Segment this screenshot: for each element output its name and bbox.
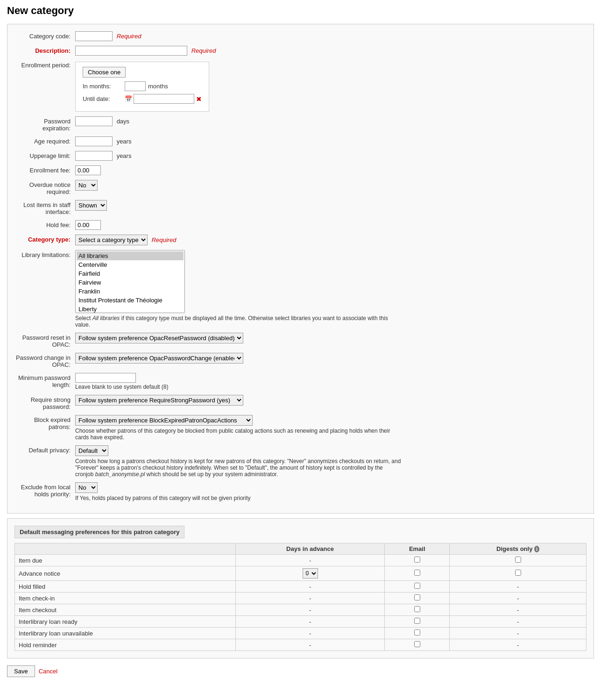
email-checkbox[interactable] <box>414 606 420 612</box>
col-days: Days in advance <box>235 543 384 555</box>
require-strong-select[interactable]: Follow system preference RequireStrongPa… <box>75 395 243 406</box>
table-row: Item due- <box>15 555 587 566</box>
digests-cell: - <box>450 616 587 628</box>
hold-fee-row: Hold fee: <box>14 220 587 230</box>
category-code-required: Required <box>117 33 141 40</box>
category-type-label: Category type: <box>14 235 75 243</box>
age-required-input[interactable] <box>75 136 113 146</box>
email-cell <box>385 593 450 604</box>
lost-items-row: Lost items in staff interface: Shown Hid… <box>14 200 587 215</box>
category-code-row: Category code: Required <box>14 31 587 41</box>
notice-name: Item check-in <box>15 593 236 604</box>
messaging-section-title: Default messaging preferences for this p… <box>14 526 184 538</box>
choose-one-button[interactable]: Choose one <box>83 67 126 78</box>
notice-name: Hold reminder <box>15 639 236 651</box>
upperage-limit-input[interactable] <box>75 151 113 161</box>
days-cell: - <box>235 639 384 651</box>
overdue-notice-select[interactable]: No Yes <box>75 180 98 191</box>
require-strong-label: Require strong password: <box>14 395 75 410</box>
months-input[interactable] <box>125 81 146 91</box>
email-checkbox[interactable] <box>414 570 420 576</box>
until-date-label: Until date: <box>83 95 125 102</box>
notice-name: Advance notice <box>15 566 236 581</box>
exclude-holds-label: Exclude from local holds priority: <box>14 482 75 498</box>
days-cell: - <box>235 604 384 616</box>
notice-name: Item checkout <box>15 604 236 616</box>
enrollment-fee-label: Enrollment fee: <box>14 165 75 174</box>
password-change-label: Password change in OPAC: <box>14 353 75 368</box>
until-date-input[interactable] <box>134 94 194 104</box>
exclude-holds-select[interactable]: No Yes <box>75 482 98 493</box>
messaging-table: Days in advance Email Digests only i Ite… <box>14 543 587 651</box>
library-info-text: Select All libraries if this category ty… <box>75 315 402 328</box>
exclude-holds-info: If Yes, holds placed by patrons of this … <box>75 495 402 501</box>
email-checkbox[interactable] <box>414 618 420 624</box>
email-checkbox[interactable] <box>414 629 420 636</box>
days-cell: - <box>235 616 384 628</box>
table-row: Advance notice01234567 <box>15 566 587 581</box>
upperage-limit-label: Upperage limit: <box>14 151 75 159</box>
hold-fee-input[interactable] <box>75 220 101 230</box>
lost-items-label: Lost items in staff interface: <box>14 200 75 215</box>
email-checkbox[interactable] <box>414 583 420 589</box>
days-cell: - <box>235 593 384 604</box>
years-suffix-age: years <box>117 138 132 145</box>
col-email: Email <box>385 543 450 555</box>
days-cell: 01234567 <box>235 566 384 581</box>
category-code-label: Category code: <box>14 31 75 40</box>
default-privacy-row: Default privacy: Default Never Forever C… <box>14 445 587 478</box>
password-change-select[interactable]: Follow system preference OpacPasswordCha… <box>75 353 243 364</box>
enrollment-fee-input[interactable] <box>75 165 101 175</box>
digests-checkbox[interactable] <box>515 557 521 563</box>
min-password-row: Minimum password length: Leave blank to … <box>14 373 587 390</box>
months-suffix: months <box>148 83 168 90</box>
footer-buttons: Save Cancel <box>7 665 594 677</box>
block-expired-select[interactable]: Follow system preference BlockExpiredPat… <box>75 415 253 426</box>
category-type-select[interactable]: Select a category type <box>75 235 148 245</box>
email-cell <box>385 628 450 639</box>
library-limitations-listbox[interactable]: All librariesCentervilleFairfieldFairvie… <box>75 250 185 313</box>
default-privacy-select[interactable]: Default Never Forever <box>75 445 108 456</box>
save-button[interactable]: Save <box>7 665 35 677</box>
cancel-button[interactable]: Cancel <box>39 668 57 675</box>
in-months-label: In months: <box>83 83 125 90</box>
email-cell <box>385 604 450 616</box>
library-limitations-row: Library limitations: All librariesCenter… <box>14 250 587 328</box>
description-input[interactable] <box>75 46 187 56</box>
email-checkbox[interactable] <box>414 641 420 647</box>
password-reset-row: Password reset in OPAC: Follow system pr… <box>14 333 587 348</box>
password-reset-select[interactable]: Follow system preference OpacResetPasswo… <box>75 333 243 343</box>
advance-notice-days-select[interactable]: 01234567 <box>303 568 318 579</box>
digests-cell: - <box>450 581 587 593</box>
email-checkbox[interactable] <box>414 557 420 563</box>
min-password-input[interactable] <box>75 373 136 383</box>
min-password-hint: Leave blank to use system default (8) <box>75 384 402 390</box>
notice-name: Item due <box>15 555 236 566</box>
min-password-label: Minimum password length: <box>14 373 75 388</box>
category-type-row: Category type: Select a category type Re… <box>14 235 587 245</box>
table-row: Item checkout-- <box>15 604 587 616</box>
enrollment-box: Choose one In months: months Until date:… <box>75 62 209 112</box>
password-expiration-input[interactable] <box>75 116 113 126</box>
lost-items-select[interactable]: Shown Hidden <box>75 200 107 211</box>
messaging-section: Default messaging preferences for this p… <box>7 518 594 658</box>
password-expiration-row: Password expiration: days <box>14 116 587 132</box>
enrollment-period-row: Enrollment period: Choose one In months:… <box>14 60 587 112</box>
password-reset-label: Password reset in OPAC: <box>14 333 75 348</box>
table-row: Item check-in-- <box>15 593 587 604</box>
overdue-notice-label: Overdue notice required: <box>14 180 75 195</box>
table-row: Interlibrary loan unavailable-- <box>15 628 587 639</box>
default-privacy-info: Controls how long a patrons checkout his… <box>75 458 402 478</box>
digests-checkbox[interactable] <box>515 570 521 576</box>
default-privacy-label: Default privacy: <box>14 445 75 454</box>
clear-date-icon[interactable]: ✖ <box>196 95 202 103</box>
digests-cell: - <box>450 639 587 651</box>
digests-info-icon[interactable]: i <box>534 546 539 552</box>
digests-cell <box>450 566 587 581</box>
email-cell <box>385 566 450 581</box>
category-code-input[interactable] <box>75 31 113 41</box>
days-cell: - <box>235 581 384 593</box>
email-checkbox[interactable] <box>414 594 420 600</box>
notice-name: Interlibrary loan ready <box>15 616 236 628</box>
overdue-notice-row: Overdue notice required: No Yes <box>14 180 587 195</box>
